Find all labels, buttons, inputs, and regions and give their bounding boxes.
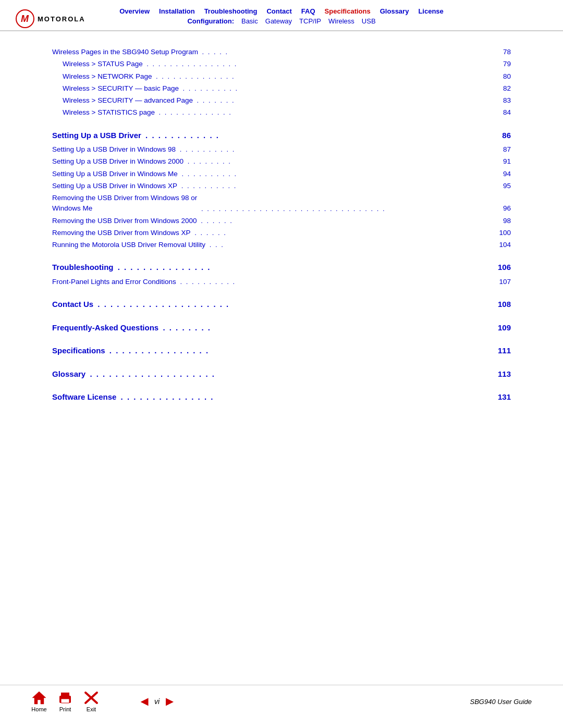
nav-installation[interactable]: Installation (159, 7, 195, 15)
toc-entry[interactable]: Removing the USB Driver from Windows 98 … (52, 193, 511, 214)
toc-section-usb: Setting Up a USB Driver . . . . . . . . … (52, 130, 511, 251)
toc-entry[interactable]: Wireless > SECURITY — basic Page . . . .… (52, 83, 511, 94)
toc-section-glossary: Glossary . . . . . . . . . . . . . . . .… (52, 368, 511, 380)
footer-icons: Home Print Exit (31, 690, 99, 712)
nav-faq[interactable]: FAQ (301, 7, 315, 15)
toc-section-heading[interactable]: Setting Up a USB Driver . . . . . . . . … (52, 130, 511, 142)
config-wireless[interactable]: Wireless (328, 17, 354, 25)
page-header: M MOTOROLA Overview Installation Trouble… (0, 0, 563, 31)
home-icon (31, 690, 47, 705)
toc-entry[interactable]: Wireless > NETWORK Page . . . . . . . . … (52, 71, 511, 82)
logo-area: M MOTOROLA (16, 9, 85, 28)
toc-entry[interactable]: Setting Up a USB Driver in Windows 98 . … (52, 144, 511, 155)
page-number: vi (154, 697, 160, 706)
exit-label: Exit (87, 706, 96, 712)
print-button[interactable]: Print (57, 692, 73, 712)
exit-icon (83, 690, 99, 705)
svg-marker-1 (32, 692, 46, 704)
config-gateway[interactable]: Gateway (265, 17, 292, 25)
nav-bar: Overview Installation Troubleshooting Co… (10, 7, 553, 15)
toc-entry[interactable]: Wireless > SECURITY — advanced Page . . … (52, 95, 511, 106)
toc-section-license: Software License . . . . . . . . . . . .… (52, 391, 511, 403)
toc-section-heading[interactable]: Troubleshooting . . . . . . . . . . . . … (52, 262, 511, 274)
toc-section-heading[interactable]: Frequently-Asked Questions . . . . . . .… (52, 322, 511, 334)
toc-section-heading[interactable]: Specifications . . . . . . . . . . . . .… (52, 345, 511, 357)
motorola-wordmark: MOTOROLA (38, 15, 85, 23)
home-label: Home (31, 706, 46, 712)
exit-button[interactable]: Exit (83, 690, 99, 712)
home-button[interactable]: Home (31, 690, 47, 712)
prev-page-button[interactable]: ◀ (141, 696, 148, 707)
svg-rect-4 (61, 699, 69, 703)
config-label: Configuration: (187, 17, 234, 25)
toc-section-faq: Frequently-Asked Questions . . . . . . .… (52, 322, 511, 334)
toc-entry[interactable]: Running the Motorola USB Driver Removal … (52, 240, 511, 250)
print-icon (57, 692, 73, 705)
footer-nav: ◀ vi ▶ (141, 696, 173, 707)
toc-intro-section: Wireless Pages in the SBG940 Setup Progr… (52, 47, 511, 118)
toc-entry[interactable]: Front-Panel Lights and Error Conditions … (52, 277, 511, 287)
motorola-logo-icon: M (16, 9, 34, 28)
svg-rect-3 (61, 693, 69, 697)
print-label: Print (59, 706, 71, 712)
svg-text:M: M (21, 14, 29, 24)
toc-entry[interactable]: Setting Up a USB Driver in Windows 2000 … (52, 156, 511, 167)
toc-entry[interactable]: Wireless > STATISTICS page . . . . . . .… (52, 107, 511, 118)
toc-entry[interactable]: Removing the USB Driver from Windows XP … (52, 228, 511, 238)
config-usb[interactable]: USB (362, 17, 376, 25)
main-content: Wireless Pages in the SBG940 Setup Progr… (0, 31, 563, 469)
page-footer: Home Print Exit ◀ vi ▶ SBG940 User Guide (0, 685, 563, 712)
nav-license[interactable]: License (418, 7, 443, 15)
toc-section-heading[interactable]: Contact Us . . . . . . . . . . . . . . .… (52, 299, 511, 311)
toc-entry[interactable]: Wireless > STATUS Page . . . . . . . . .… (52, 59, 511, 69)
nav-contact[interactable]: Contact (266, 7, 291, 15)
nav-troubleshooting[interactable]: Troubleshooting (204, 7, 258, 15)
toc-section-heading[interactable]: Software License . . . . . . . . . . . .… (52, 391, 511, 403)
toc-section-heading[interactable]: Glossary . . . . . . . . . . . . . . . .… (52, 368, 511, 380)
nav-glossary[interactable]: Glossary (380, 7, 409, 15)
toc-entry[interactable]: Setting Up a USB Driver in Windows Me . … (52, 169, 511, 179)
config-tcpip[interactable]: TCP/IP (299, 17, 321, 25)
config-basic[interactable]: Basic (241, 17, 258, 25)
toc-section-specifications: Specifications . . . . . . . . . . . . .… (52, 345, 511, 357)
toc-entry[interactable]: Setting Up a USB Driver in Windows XP . … (52, 181, 511, 191)
guide-title: SBG940 User Guide (470, 698, 532, 706)
nav-specifications[interactable]: Specifications (325, 7, 371, 15)
toc-entry[interactable]: Wireless Pages in the SBG940 Setup Progr… (52, 47, 511, 57)
main-nav: Overview Installation Troubleshooting Co… (119, 7, 444, 15)
toc-section-troubleshooting: Troubleshooting . . . . . . . . . . . . … (52, 262, 511, 287)
nav-overview[interactable]: Overview (119, 7, 150, 15)
toc-section-contact: Contact Us . . . . . . . . . . . . . . .… (52, 299, 511, 311)
next-page-button[interactable]: ▶ (166, 696, 173, 707)
config-nav: Configuration: Basic Gateway TCP/IP Wire… (187, 17, 375, 25)
toc-entry[interactable]: Removing the USB Driver from Windows 200… (52, 216, 511, 226)
